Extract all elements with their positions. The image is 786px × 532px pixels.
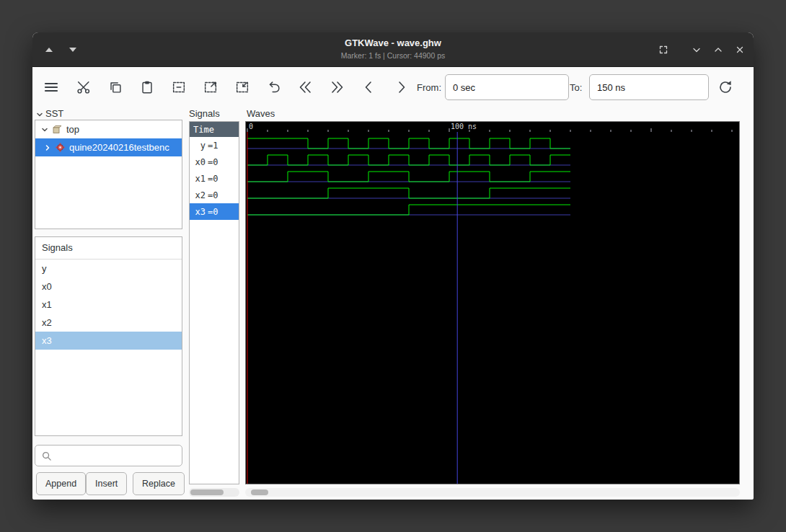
expander-right-icon	[44, 144, 51, 151]
gtkwave-window: GTKWave - wave.ghw Marker: 1 fs | Cursor…	[32, 32, 754, 500]
value-y: =1	[208, 141, 218, 151]
value-x3: =0	[208, 207, 218, 217]
restore-button[interactable]	[655, 42, 671, 58]
undo-button[interactable]	[261, 74, 287, 100]
signal-search-box	[35, 445, 182, 466]
svg-text:0: 0	[249, 123, 253, 130]
chevron-down-icon	[691, 44, 702, 56]
append-button[interactable]: Append	[36, 472, 86, 495]
value-row-x1[interactable]: x1=0	[190, 170, 239, 187]
to-start-button[interactable]	[292, 74, 318, 100]
prev-edge-button[interactable]	[356, 74, 382, 100]
values-hscrollbar-thumb[interactable]	[190, 489, 224, 495]
signals-col-header: Signals	[189, 108, 220, 119]
value-row-x2[interactable]: x2=0	[190, 187, 239, 203]
from-input[interactable]	[445, 74, 569, 100]
marker-cursor-status: Marker: 1 fs | Cursor: 44900 ps	[32, 51, 754, 60]
titlebar[interactable]: GTKWave - wave.ghw Marker: 1 fs | Cursor…	[32, 32, 754, 67]
signal-list-item-y[interactable]: y	[35, 260, 182, 278]
desktop-background: GTKWave - wave.ghw Marker: 1 fs | Cursor…	[0, 0, 786, 532]
wave-panel: 0100 ns	[245, 121, 740, 484]
signal-list-item-x1[interactable]: x1	[35, 296, 182, 314]
values-panel: Time y=1 x0=0 x1=0 x2=0 x3=0	[189, 121, 239, 484]
time-column-header: Time	[190, 122, 239, 137]
from-label: From:	[393, 82, 441, 93]
zoom-out-icon	[203, 79, 218, 95]
signal-list-panel: Signals y x0 x1 x2 x3	[35, 236, 182, 436]
menu-button[interactable]	[38, 74, 64, 100]
reload-button[interactable]	[712, 74, 738, 100]
sst-header: SST	[45, 108, 63, 119]
search-icon	[41, 451, 52, 461]
maximize-button[interactable]	[710, 42, 726, 58]
to-input[interactable]	[589, 74, 709, 100]
zoom-out-button[interactable]	[198, 74, 224, 100]
waves-hscrollbar[interactable]	[245, 488, 740, 497]
tree-item-label: top	[66, 124, 79, 135]
waves-col-header: Waves	[247, 108, 275, 119]
signal-list-item-x3[interactable]: x3	[35, 332, 182, 350]
menu-icon	[43, 79, 60, 96]
pane-splitter[interactable]	[240, 121, 244, 484]
to-end-button[interactable]	[324, 74, 350, 100]
tree-item-label: quine20240216testbenc	[69, 142, 169, 153]
wave-canvas[interactable]: 0100 ns	[246, 122, 739, 484]
window-title: GTKWave - wave.ghw	[32, 37, 754, 48]
sst-expander-icon[interactable]	[36, 111, 43, 118]
value-x1: =0	[208, 174, 218, 184]
zoom-fit-button[interactable]	[166, 74, 192, 100]
tree-item-top[interactable]: top	[35, 120, 182, 138]
expander-down-icon	[41, 126, 48, 133]
chevron-up-icon	[712, 44, 724, 56]
sst-tree-panel: top quine20240216testbenc	[35, 120, 182, 229]
skip-end-icon	[329, 79, 346, 96]
signal-search-input[interactable]	[56, 450, 182, 462]
signal-list-item-x2[interactable]: x2	[35, 314, 182, 332]
scissors-icon	[76, 79, 92, 95]
value-x0: =0	[208, 157, 218, 167]
value-x2: =0	[208, 190, 218, 200]
signal-list-header: Signals	[35, 237, 182, 260]
tree-item-testbench[interactable]: quine20240216testbenc	[35, 138, 182, 156]
restore-icon	[658, 44, 669, 56]
value-row-x3[interactable]: x3=0	[190, 203, 239, 220]
process-gear-icon	[56, 143, 65, 152]
value-row-x0[interactable]: x0=0	[190, 154, 239, 170]
svg-text:100 ns: 100 ns	[451, 123, 477, 130]
copy-icon	[107, 79, 123, 95]
skip-start-icon	[296, 79, 314, 96]
copy-button[interactable]	[102, 74, 128, 100]
values-hscrollbar[interactable]	[189, 488, 239, 497]
insert-button[interactable]: Insert	[86, 472, 127, 495]
waves-hscrollbar-thumb[interactable]	[251, 489, 268, 495]
paste-icon	[139, 79, 155, 95]
close-button[interactable]	[732, 42, 748, 58]
zoom-in-icon	[234, 79, 250, 95]
zoom-fit-icon	[171, 79, 187, 95]
signal-list-item-x0[interactable]: x0	[35, 278, 182, 296]
undo-icon	[266, 79, 282, 95]
replace-button[interactable]: Replace	[133, 472, 185, 495]
chevron-left-icon	[361, 79, 378, 96]
reload-icon	[717, 79, 734, 96]
paste-button[interactable]	[134, 74, 160, 100]
cut-button[interactable]	[71, 74, 97, 100]
value-row-y[interactable]: y=1	[190, 137, 239, 154]
zoom-in-button[interactable]	[229, 74, 255, 100]
to-label: To:	[570, 82, 587, 93]
close-icon	[734, 44, 746, 56]
minimize-button[interactable]	[689, 42, 705, 58]
module-box-icon	[53, 125, 62, 134]
